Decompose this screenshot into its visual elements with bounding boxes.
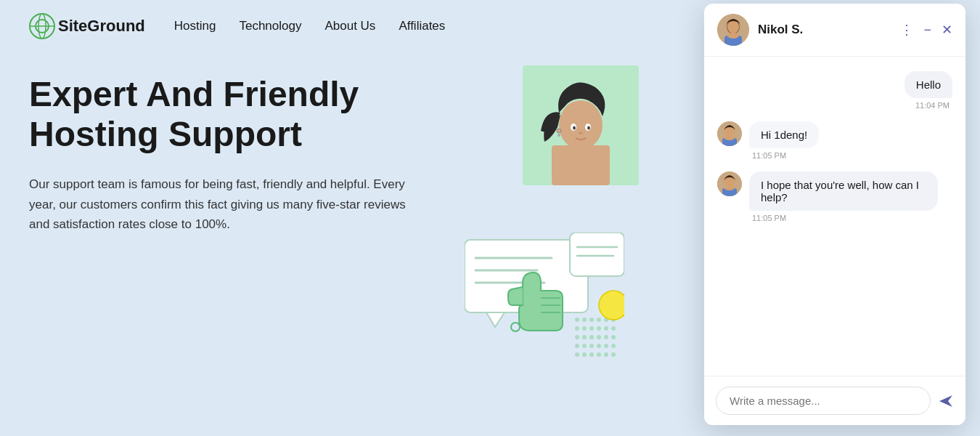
- svg-point-20: [511, 323, 520, 331]
- hero-heading: Expert And Friendly Hosting Support: [29, 74, 479, 154]
- svg-point-54: [599, 291, 624, 320]
- person-svg: [530, 73, 632, 185]
- svg-point-8: [573, 126, 576, 130]
- svg-point-35: [611, 326, 616, 331]
- message-bubble-2: Hi 1deng!: [749, 121, 819, 148]
- agent-small-avatar: [717, 121, 742, 146]
- svg-point-31: [582, 326, 587, 331]
- svg-point-47: [611, 344, 616, 348]
- svg-point-59: [727, 33, 739, 39]
- agent-small-avatar-2: [717, 171, 742, 196]
- nav-item-technology[interactable]: Technology: [239, 19, 301, 33]
- nav-link-affiliates[interactable]: Affiliates: [399, 19, 445, 33]
- chat-input-area: [704, 376, 965, 425]
- svg-point-24: [575, 318, 579, 322]
- svg-point-25: [582, 318, 587, 322]
- more-options-icon[interactable]: ⋮: [900, 22, 913, 38]
- send-icon: [938, 393, 954, 409]
- message-bubble-3: I hope that you're well, how can I help?: [749, 171, 938, 211]
- message-2: Hi 1deng! 11:05 PM: [717, 121, 952, 160]
- svg-point-36: [575, 335, 579, 339]
- svg-point-49: [582, 352, 587, 357]
- svg-point-34: [604, 326, 608, 331]
- svg-point-52: [604, 352, 608, 357]
- svg-point-50: [589, 352, 594, 357]
- svg-point-43: [582, 344, 587, 348]
- svg-point-33: [597, 326, 601, 331]
- message-3-content: I hope that you're well, how can I help?…: [749, 171, 938, 222]
- svg-point-9: [587, 126, 590, 130]
- nav-link-technology[interactable]: Technology: [239, 19, 301, 33]
- message-input[interactable]: [716, 387, 931, 415]
- svg-point-44: [589, 344, 594, 348]
- nav-item-hosting[interactable]: Hosting: [174, 19, 216, 33]
- nav-links: Hosting Technology About Us Affiliates: [174, 19, 446, 33]
- message-time-1: 11:04 PM: [915, 101, 952, 110]
- message-time-3: 11:05 PM: [749, 214, 938, 222]
- svg-point-39: [597, 335, 601, 339]
- chat-header-actions: ⋮ − ✕: [900, 22, 952, 38]
- svg-point-51: [597, 352, 601, 357]
- nav-item-about-us[interactable]: About Us: [324, 19, 375, 33]
- svg-point-45: [597, 344, 601, 348]
- svg-point-10: [557, 129, 561, 133]
- svg-point-53: [611, 352, 616, 357]
- hero-section: Expert And Friendly Hosting Support Our …: [0, 52, 508, 234]
- message-2-content: Hi 1deng! 11:05 PM: [749, 121, 819, 160]
- illustration-area: [450, 65, 704, 421]
- nav-link-about-us[interactable]: About Us: [324, 19, 375, 33]
- chat-header: Nikol S. ⋮ − ✕: [704, 4, 965, 57]
- svg-rect-21: [570, 233, 624, 276]
- svg-point-11: [558, 134, 560, 137]
- message-bubble-1: Hello: [905, 71, 952, 98]
- svg-point-57: [727, 20, 739, 33]
- svg-point-46: [604, 344, 608, 348]
- svg-point-32: [589, 326, 594, 331]
- chat-messages: Hello 11:04 PM Hi 1deng! 11:05 PM: [704, 57, 965, 376]
- agent-avatar: [717, 14, 749, 46]
- thumbs-svg: [465, 233, 624, 360]
- svg-point-38: [589, 335, 594, 339]
- character-illustration: [523, 65, 639, 185]
- svg-point-41: [611, 335, 616, 339]
- message-3: I hope that you're well, how can I help?…: [717, 171, 952, 222]
- svg-point-42: [575, 344, 579, 348]
- chat-widget: Nikol S. ⋮ − ✕ Hello 11:04 PM: [704, 4, 965, 425]
- svg-point-37: [582, 335, 587, 339]
- minimize-icon[interactable]: −: [923, 23, 931, 38]
- svg-point-48: [575, 352, 579, 357]
- svg-point-26: [589, 318, 594, 322]
- agent-small-avatar-2-svg: [717, 171, 742, 196]
- agent-name: Nikol S.: [758, 23, 891, 37]
- agent-small-avatar-svg: [717, 121, 742, 146]
- logo[interactable]: SiteGround: [29, 13, 145, 39]
- siteground-logo-icon: [29, 13, 55, 39]
- svg-point-30: [575, 326, 579, 331]
- message-1: Hello 11:04 PM: [717, 71, 952, 110]
- send-button[interactable]: [938, 393, 954, 409]
- svg-point-67: [724, 186, 735, 190]
- nav-item-affiliates[interactable]: Affiliates: [399, 19, 445, 33]
- svg-point-63: [724, 136, 735, 140]
- thumbs-illustration: [465, 233, 610, 356]
- svg-point-5: [559, 100, 603, 150]
- svg-point-27: [597, 318, 601, 322]
- agent-avatar-svg: [717, 14, 749, 46]
- nav-link-hosting[interactable]: Hosting: [174, 19, 216, 33]
- svg-point-40: [604, 335, 608, 339]
- svg-rect-4: [552, 145, 610, 185]
- logo-text: SiteGround: [58, 17, 145, 36]
- hero-body: Our support team is famous for being fas…: [29, 174, 421, 234]
- message-time-2: 11:05 PM: [749, 151, 819, 160]
- svg-marker-13: [486, 312, 505, 327]
- close-icon[interactable]: ✕: [942, 22, 952, 38]
